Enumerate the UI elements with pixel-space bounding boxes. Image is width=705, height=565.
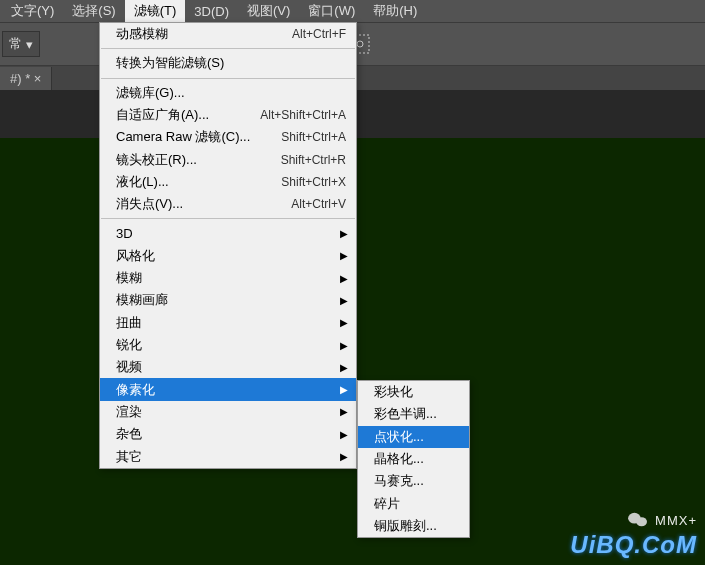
filter-menu: 动感模糊 Alt+Ctrl+F 转换为智能滤镜(S) 滤镜库(G)... 自适应… <box>99 22 357 469</box>
menu-select[interactable]: 选择(S) <box>63 0 124 23</box>
menu-item-adaptive-wide[interactable]: 自适应广角(A)...Alt+Shift+Ctrl+A <box>100 104 356 126</box>
submenu-arrow-icon: ▶ <box>340 273 348 284</box>
submenu-item-mezzotint[interactable]: 铜版雕刻... <box>358 515 469 537</box>
submenu-arrow-icon: ▶ <box>340 295 348 306</box>
tab-title: #) * × <box>10 71 41 86</box>
submenu-item-fragment[interactable]: 碎片 <box>358 492 469 514</box>
menu-item-other[interactable]: 其它▶ <box>100 445 356 467</box>
preset-dropdown[interactable]: 常 ▾ <box>2 31 40 57</box>
pixelate-submenu: 彩块化 彩色半调... 点状化... 晶格化... 马赛克... 碎片 铜版雕刻… <box>357 380 470 538</box>
menu-item-lens-correction[interactable]: 镜头校正(R)...Shift+Ctrl+R <box>100 148 356 170</box>
submenu-arrow-icon: ▶ <box>340 340 348 351</box>
document-tab[interactable]: #) * × <box>0 67 52 90</box>
menu-item-blur-gallery[interactable]: 模糊画廊▶ <box>100 289 356 311</box>
menu-filter[interactable]: 滤镜(T) <box>125 0 186 23</box>
submenu-item-pointillize[interactable]: 点状化... <box>358 426 469 448</box>
wechat-icon <box>627 511 649 529</box>
chevron-down-icon: ▾ <box>26 37 33 52</box>
watermark-text-2: UiBQ.CoM <box>570 531 697 559</box>
menu-type[interactable]: 文字(Y) <box>2 0 63 23</box>
menu-item-distort[interactable]: 扭曲▶ <box>100 312 356 334</box>
preset-label: 常 <box>9 35 22 53</box>
menu-separator <box>101 218 355 219</box>
submenu-arrow-icon: ▶ <box>340 451 348 462</box>
menu-item-last-filter[interactable]: 动感模糊 Alt+Ctrl+F <box>100 23 356 45</box>
menu-view[interactable]: 视图(V) <box>238 0 299 23</box>
menu-item-liquify[interactable]: 液化(L)...Shift+Ctrl+X <box>100 171 356 193</box>
watermark-text-1: MMX+ <box>655 513 697 528</box>
menu-help[interactable]: 帮助(H) <box>364 0 426 23</box>
submenu-item-facet[interactable]: 彩块化 <box>358 381 469 403</box>
menu-item-blur[interactable]: 模糊▶ <box>100 267 356 289</box>
menu-3d[interactable]: 3D(D) <box>185 1 238 22</box>
menu-item-sharpen[interactable]: 锐化▶ <box>100 334 356 356</box>
menu-window[interactable]: 窗口(W) <box>299 0 364 23</box>
menu-separator <box>101 48 355 49</box>
submenu-arrow-icon: ▶ <box>340 406 348 417</box>
menu-item-pixelate[interactable]: 像素化▶ <box>100 378 356 400</box>
submenu-arrow-icon: ▶ <box>340 317 348 328</box>
svg-point-1 <box>357 41 363 47</box>
menu-item-vanishing-point[interactable]: 消失点(V)...Alt+Ctrl+V <box>100 193 356 215</box>
menu-item-noise[interactable]: 杂色▶ <box>100 423 356 445</box>
submenu-item-mosaic[interactable]: 马赛克... <box>358 470 469 492</box>
submenu-arrow-icon: ▶ <box>340 228 348 239</box>
menu-item-render[interactable]: 渲染▶ <box>100 401 356 423</box>
submenu-arrow-icon: ▶ <box>340 362 348 373</box>
menu-separator <box>101 78 355 79</box>
menu-item-convert-smart[interactable]: 转换为智能滤镜(S) <box>100 52 356 74</box>
menu-item-video[interactable]: 视频▶ <box>100 356 356 378</box>
svg-point-3 <box>636 517 647 526</box>
menu-item-3d[interactable]: 3D▶ <box>100 222 356 244</box>
submenu-item-crystallize[interactable]: 晶格化... <box>358 448 469 470</box>
menubar: 文字(Y) 选择(S) 滤镜(T) 3D(D) 视图(V) 窗口(W) 帮助(H… <box>0 0 705 22</box>
submenu-arrow-icon: ▶ <box>340 429 348 440</box>
menu-item-camera-raw[interactable]: Camera Raw 滤镜(C)...Shift+Ctrl+A <box>100 126 356 148</box>
submenu-arrow-icon: ▶ <box>340 384 348 395</box>
watermark: MMX+ UiBQ.CoM <box>570 511 697 559</box>
submenu-item-color-halftone[interactable]: 彩色半调... <box>358 403 469 425</box>
menu-item-filter-gallery[interactable]: 滤镜库(G)... <box>100 82 356 104</box>
submenu-arrow-icon: ▶ <box>340 250 348 261</box>
menu-item-stylize[interactable]: 风格化▶ <box>100 245 356 267</box>
